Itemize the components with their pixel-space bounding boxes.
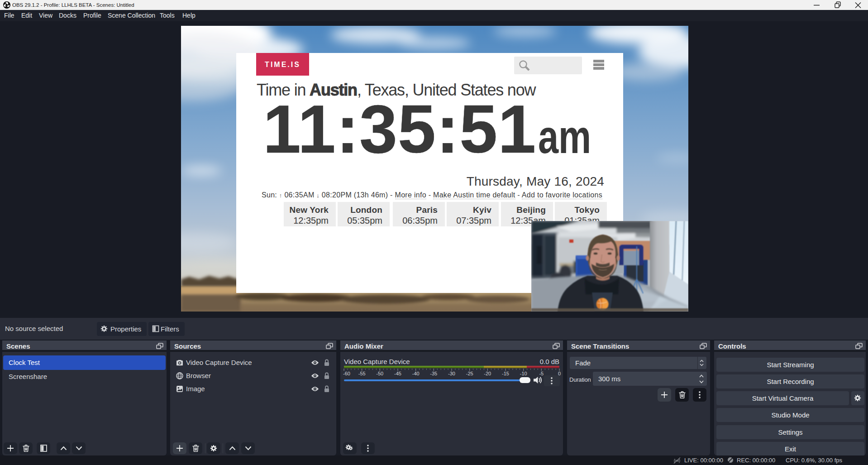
svg-text:-60: -60 [343, 371, 350, 376]
svg-text:-45: -45 [394, 371, 401, 376]
svg-text:-35: -35 [430, 371, 437, 376]
svg-text:-10: -10 [520, 371, 527, 376]
svg-text:-25: -25 [466, 371, 473, 376]
svg-text:-5: -5 [539, 371, 544, 376]
svg-text:-55: -55 [358, 371, 366, 376]
svg-text:-40: -40 [412, 371, 420, 376]
svg-text:-50: -50 [376, 371, 383, 376]
svg-text:-15: -15 [502, 371, 509, 376]
svg-text:-20: -20 [484, 371, 491, 376]
svg-text:-30: -30 [448, 371, 455, 376]
